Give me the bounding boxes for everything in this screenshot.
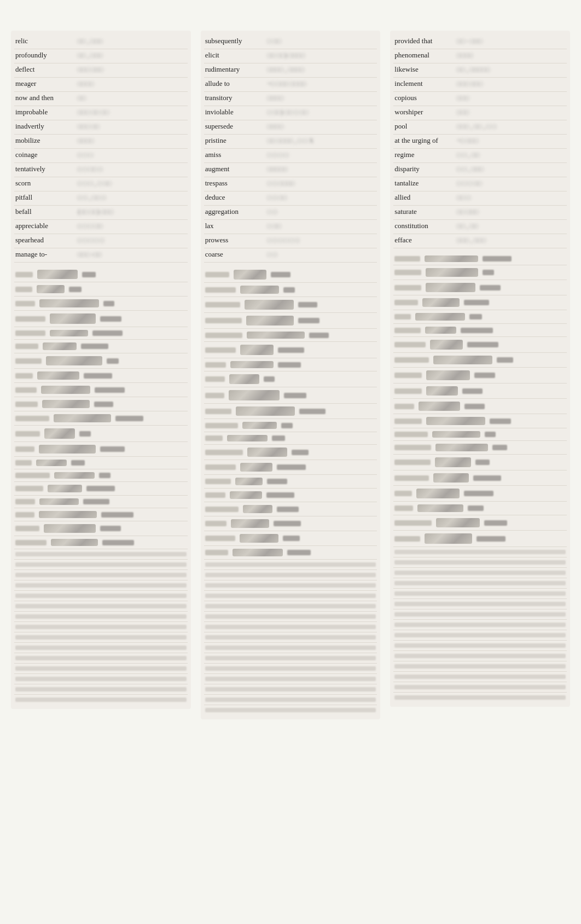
vocab-row[interactable]: now and then□□ (14, 92, 188, 106)
blurred-row (14, 632, 188, 643)
vocab-definition: □ □ □ □□ (455, 179, 566, 188)
vocab-row[interactable]: inviolable□ □□) □□ □ □□ (204, 106, 377, 120)
blurred-row (393, 414, 567, 428)
blurred-row (393, 682, 567, 693)
vocab-row[interactable]: aggregation□ □ (204, 206, 377, 220)
vocab-row[interactable]: meager□□□□ (14, 78, 188, 92)
vocab-row[interactable]: at the urging of~□ □□□ (393, 135, 567, 149)
vocab-row[interactable]: manage to-□□□ -□□ (14, 248, 188, 263)
vocab-row[interactable]: deduce□ □ □□ (204, 191, 377, 206)
blurred-row (204, 560, 377, 570)
vocab-word: pristine (205, 136, 265, 145)
vocab-row[interactable]: relic□□ , □□□ (14, 35, 188, 49)
vocab-row[interactable]: tentatively□ □ □□ □ (14, 163, 188, 177)
vocab-row[interactable]: inadvertly□□□ □□ (14, 120, 188, 135)
vocab-definition: □ □ □□ □ (75, 165, 187, 174)
vocab-word: augment (205, 165, 265, 173)
blurred-row (14, 580, 188, 591)
vocab-row[interactable]: coarse□ □ (204, 248, 377, 263)
vocab-row[interactable]: saturate□□ □□□ (393, 206, 567, 220)
vocab-row[interactable]: disparity□ □ , □□□ (393, 163, 567, 177)
blurred-row (204, 313, 377, 329)
vocab-definition: □ □ (265, 207, 376, 217)
vocab-definition: □ □□) □□ □ □□ (265, 108, 376, 117)
vocab-definition: □□□ , □□ , □ □ (455, 122, 566, 131)
blurred-row (393, 486, 567, 502)
vocab-row[interactable]: spearhead□ □ □ □ □ (14, 234, 188, 248)
vocab-row[interactable]: amiss□ □ □ □ (204, 149, 377, 163)
vocab-row[interactable]: supersede□□□□ (204, 120, 377, 135)
blurred-row (393, 253, 567, 265)
vocab-row[interactable]: prowess□ □ □ □ □ □ (204, 234, 377, 248)
blurred-row (204, 516, 377, 531)
vocab-row[interactable]: pool□□□ , □□ , □ □ (393, 120, 567, 135)
blurred-row (204, 591, 377, 601)
vocab-row[interactable]: appreciable□ □ □ □□ (14, 220, 188, 234)
vocab-row[interactable]: coinage□ □ □ (14, 149, 188, 163)
vocab-row[interactable]: efface□□□ , □□□ (393, 234, 567, 248)
blurred-row (204, 622, 377, 632)
vocab-row[interactable]: mobilize□□□□ (14, 135, 188, 149)
blurred-row (393, 383, 567, 399)
vocab-word: at the urging of (394, 136, 455, 145)
vocab-word: scorn (15, 179, 75, 188)
vocab-row[interactable]: provided that□□ - □□□ (393, 35, 567, 49)
vocab-row[interactable]: transitory□□□□ (204, 92, 377, 106)
vocab-row[interactable]: augment□□□□□ (204, 163, 377, 177)
vocab-row[interactable]: pitfall□ □ , □□ □ (14, 191, 188, 206)
vocab-definition: □□ □ (455, 193, 566, 202)
vocab-row[interactable]: lax□ □□ (204, 220, 377, 234)
blurred-row (204, 475, 377, 489)
vocab-word: spearhead (15, 236, 75, 245)
blurred-row (393, 578, 567, 589)
blurred-row (204, 653, 377, 664)
vocab-row[interactable]: deflect□□□ □□□ (14, 63, 188, 78)
vocab-row[interactable]: constitution□□ , □□ (393, 220, 567, 234)
vocab-word: allied (394, 193, 455, 202)
vocab-word: befall (15, 207, 75, 216)
blurred-row (14, 411, 188, 426)
vocab-word: inclement (394, 79, 455, 88)
vocab-word: deflect (15, 65, 75, 74)
vocab-row[interactable]: allude to~□ □□□ □□□□ (204, 78, 377, 92)
vocab-row[interactable]: copious□□□ (393, 92, 567, 106)
vocab-row[interactable]: improbable□□□ □□ □□ (14, 106, 188, 120)
vocab-definition: □□□ (455, 94, 566, 103)
blurred-row (14, 549, 188, 560)
vocab-row[interactable]: tantalize□ □ □ □□ (393, 177, 567, 191)
vocab-row[interactable]: worshiper□□□ (393, 106, 567, 120)
vocab-row[interactable]: allied□□ □ (393, 191, 567, 206)
vocab-row[interactable]: profoundly□□ , □□□ (14, 49, 188, 63)
vocab-row[interactable]: scorn□ □ □ , □ □□ (14, 177, 188, 191)
blurred-row (14, 674, 188, 684)
vocab-word: pool (394, 122, 455, 131)
blurred-content-section (204, 267, 377, 715)
vocab-row[interactable]: rudimentary□□□□ , □□□□ (204, 63, 377, 78)
column-1: relic□□ , □□□profoundly□□ , □□□deflect□□… (11, 31, 191, 709)
blurred-row (393, 353, 567, 368)
blurred-row (14, 695, 188, 705)
vocab-word: now and then (15, 94, 75, 102)
blurred-row (14, 267, 188, 282)
vocab-word: aggregation (205, 207, 265, 216)
blurred-row (393, 441, 567, 455)
vocab-row[interactable]: pristine□□ □□□□ , □ □ X (204, 135, 377, 149)
vocab-row[interactable]: inclement□□□ □□□ (393, 78, 567, 92)
blurred-row (14, 496, 188, 508)
blurred-row (393, 620, 567, 630)
vocab-row[interactable]: trespass□ □ □□□□ (204, 177, 377, 191)
vocab-row[interactable]: befall(□□ □□) □□□ (14, 206, 188, 220)
vocab-word: elicit (205, 51, 265, 60)
vocab-row[interactable]: phenomenal□□□□ (393, 49, 567, 63)
vocab-word: pitfall (15, 193, 75, 202)
vocab-row[interactable]: subsequently□ □□ (204, 35, 377, 49)
blurred-row (393, 568, 567, 578)
blurred-row (204, 684, 377, 695)
vocab-row[interactable]: elicit□□ □□) □□□□ (204, 49, 377, 63)
blurred-row (393, 324, 567, 337)
vocab-row[interactable]: likewise□□ , □□□□□ (393, 63, 567, 78)
blurred-row (14, 570, 188, 580)
vocab-row[interactable]: regime□ □ , □□ (393, 149, 567, 163)
vocab-definition: □ □ , □□ □ (75, 193, 187, 202)
vocab-definition: □□□ □□□ (75, 65, 187, 74)
